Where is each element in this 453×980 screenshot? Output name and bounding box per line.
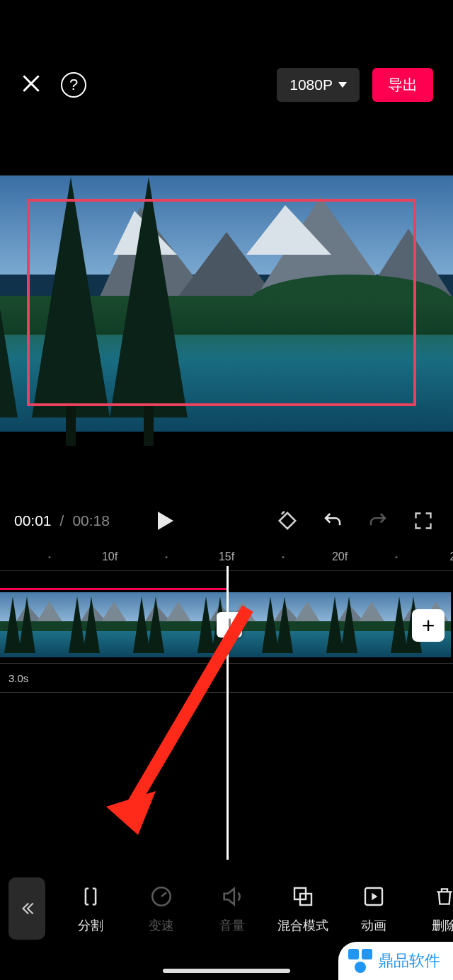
tool-label: 删除 — [432, 917, 453, 934]
export-button[interactable]: 导出 — [372, 68, 433, 102]
home-indicator — [163, 969, 290, 973]
tool-delete[interactable]: 删除 — [409, 883, 453, 934]
top-toolbar: ? 1080P 导出 — [0, 69, 453, 100]
close-button[interactable] — [20, 72, 42, 98]
watermark-badge: 鼎品软件 — [338, 942, 453, 980]
transition-button[interactable] — [217, 612, 242, 638]
bottom-toolbar: 分割变速音量混合模式动画删除 — [0, 870, 453, 947]
playhead[interactable] — [226, 566, 229, 860]
tool-label: 动画 — [361, 917, 386, 934]
help-button[interactable]: ? — [61, 72, 86, 98]
total-duration: 00:18 — [72, 512, 110, 529]
add-clip-button[interactable]: + — [412, 609, 445, 642]
tool-anim[interactable]: 动画 — [338, 883, 409, 934]
delete-icon — [433, 883, 453, 910]
undo-button[interactable] — [317, 505, 348, 536]
speed-icon — [149, 883, 173, 910]
tool-split[interactable]: 分割 — [55, 883, 126, 934]
keyframe-button[interactable] — [272, 505, 303, 536]
play-button[interactable] — [150, 505, 181, 536]
blend-icon — [292, 883, 314, 910]
redo-button[interactable] — [362, 505, 394, 536]
split-icon — [79, 883, 103, 910]
timeline-ruler: 10f 15f 20f 2 — [0, 549, 453, 566]
time-separator: / — [60, 512, 64, 529]
ruler-mark-next: 2 — [450, 550, 453, 563]
anim-icon — [362, 883, 385, 910]
video-preview[interactable] — [0, 175, 453, 432]
tool-speed[interactable]: 变速 — [126, 883, 197, 934]
tool-label: 变速 — [149, 917, 174, 934]
chevron-down-icon — [338, 82, 347, 88]
ruler-mark-20f: 20f — [332, 550, 348, 563]
tool-label: 混合模式 — [277, 917, 328, 934]
tool-label: 分割 — [78, 917, 103, 934]
resolution-dropdown[interactable]: 1080P — [277, 68, 360, 102]
collapse-toolbar-button[interactable] — [8, 877, 45, 940]
watermark-logo-icon — [348, 949, 372, 973]
tool-blend[interactable]: 混合模式 — [268, 883, 338, 934]
tool-label: 音量 — [219, 917, 245, 934]
volume-icon — [220, 883, 244, 910]
ruler-mark-15f: 15f — [219, 550, 234, 563]
fullscreen-button[interactable] — [408, 505, 439, 536]
ruler-mark-10f: 10f — [102, 550, 117, 563]
resolution-label: 1080P — [289, 76, 333, 93]
tool-volume[interactable]: 音量 — [197, 883, 268, 934]
play-icon — [158, 512, 173, 530]
selection-range — [0, 588, 226, 590]
watermark-text: 鼎品软件 — [378, 950, 440, 972]
svg-marker-1 — [106, 791, 156, 835]
clip-duration-badge: 3.0s — [8, 672, 28, 684]
playback-controls: 00:01 / 00:18 — [0, 504, 453, 538]
current-time: 00:01 — [14, 512, 52, 529]
